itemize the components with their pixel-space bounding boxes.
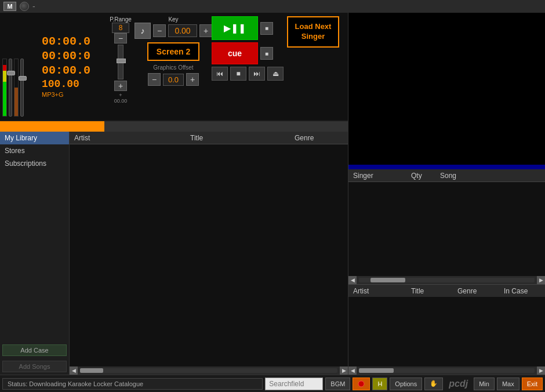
options-btn[interactable]: Options — [390, 378, 422, 390]
right-video-area — [348, 13, 545, 169]
screen2-btn[interactable]: Screen 2 — [147, 42, 199, 61]
time-display-section: 00:00.0 00:00:0 00:00.0 100.00 MP3+G — [42, 16, 103, 117]
key-row: ♪ − 0.00 + — [135, 23, 212, 39]
add-songs-btn[interactable]: Add Songs — [2, 361, 67, 372]
pitch-section: P.Range 8 − + + 00.00 — [106, 16, 135, 117]
vu-red — [3, 65, 6, 71]
small-square-btn[interactable]: ■ — [260, 47, 273, 60]
vu-fader-section — [2, 16, 38, 117]
add-songs-section: Add Songs — [0, 358, 69, 375]
eject-btn[interactable]: ⏏ — [267, 67, 284, 81]
singer-scrollbar-track[interactable] — [359, 278, 535, 282]
pitch-track[interactable] — [118, 45, 123, 79]
library-nav: My Library Stores Subscriptions Add Case… — [0, 132, 70, 375]
exit-btn[interactable]: Exit — [522, 378, 543, 390]
vu-meter-right — [14, 59, 19, 117]
nav-my-library[interactable]: My Library — [0, 132, 69, 144]
library-table: Artist Title Genre ◀ ▶ — [70, 132, 348, 375]
scroll-right-arrow[interactable]: ▶ — [340, 366, 348, 375]
cue-row: cue ■ — [212, 42, 284, 64]
video-display — [348, 13, 545, 165]
vu-yellow — [3, 71, 6, 82]
singer-scroll-left[interactable]: ◀ — [348, 276, 357, 284]
power-icon[interactable] — [20, 2, 29, 11]
scrollbar-thumb[interactable] — [80, 368, 103, 373]
bottom-scrollbar-track[interactable] — [359, 368, 535, 373]
bottom-scroll-left[interactable]: ◀ — [348, 366, 357, 375]
bottom-table-content — [348, 297, 545, 366]
square-btn[interactable]: ■ — [260, 22, 273, 35]
cue-btn[interactable]: cue — [212, 42, 258, 64]
bot-col-incase: In Case — [499, 287, 545, 295]
pitch-knob[interactable] — [117, 59, 126, 63]
ff-btn[interactable]: ⏭ — [249, 67, 265, 81]
key-section: Key ♪ − 0.00 + Screen 2 Graphics Offset … — [139, 16, 208, 117]
key-label: Key — [168, 16, 178, 23]
bottom-scrollbar-thumb[interactable] — [359, 368, 394, 373]
go-minus-btn[interactable]: − — [148, 73, 161, 86]
m-button[interactable]: M — [3, 2, 16, 11]
main-layout: 00:00.0 00:00:0 00:00.0 100.00 MP3+G P.R… — [0, 13, 545, 375]
nav-stores[interactable]: Stores — [0, 144, 69, 157]
pitch-minus-btn[interactable]: − — [114, 33, 127, 43]
pitch-plus-label: + — [119, 92, 122, 98]
bottom-scrollbar-h[interactable]: ◀ ▶ — [348, 366, 545, 375]
pitch-value: 8 — [112, 23, 129, 33]
singer-queue-header: Singer Qty Song — [348, 169, 545, 182]
fader-2[interactable] — [20, 59, 24, 117]
play-cue-col: ▶❚❚ ■ cue ■ ⏮ ■ ⏭ ⏏ — [212, 16, 284, 81]
bottom-table-header: Artist Title Genre In Case — [348, 284, 545, 297]
scrollbar-track[interactable] — [80, 368, 337, 373]
bgm-btn[interactable]: BGM — [325, 378, 350, 390]
format-label: MP3+G — [42, 91, 103, 98]
col-genre: Genre — [290, 134, 348, 142]
vu-green — [3, 82, 6, 116]
top-bar: M - — [0, 0, 545, 13]
bot-col-artist: Artist — [348, 287, 406, 295]
add-case-section: Add Case — [0, 342, 69, 358]
stop-btn[interactable]: ■ — [230, 67, 246, 81]
go-plus-btn[interactable]: + — [186, 73, 199, 86]
play-pause-btn[interactable]: ▶❚❚ — [212, 16, 258, 40]
key-plus-btn[interactable]: + — [199, 24, 212, 37]
fader-knob-1[interactable] — [7, 71, 15, 75]
h-btn[interactable]: H — [372, 378, 387, 390]
max-btn[interactable]: Max — [497, 378, 519, 390]
rewind-btn[interactable]: ⏮ — [212, 67, 228, 81]
library-content — [70, 144, 348, 366]
load-next-singer-btn[interactable]: Load Next Singer — [287, 16, 339, 48]
search-input[interactable] — [265, 378, 323, 390]
play-pause-icon: ▶❚❚ — [224, 23, 246, 34]
bot-col-genre: Genre — [453, 287, 499, 295]
video-bar — [348, 165, 545, 169]
fader-knob-2[interactable] — [19, 76, 27, 81]
vu-meter-left — [2, 59, 7, 117]
pcdj-logo: pcdj — [445, 379, 471, 389]
key-music-btn[interactable]: ♪ — [135, 23, 151, 39]
singer-content — [348, 182, 545, 276]
transport-bottom-row: ⏮ ■ ⏭ ⏏ — [212, 67, 284, 81]
key-minus-btn[interactable]: − — [153, 24, 166, 37]
status-text: Status: Downloading Karaoke Locker Catal… — [2, 378, 263, 390]
fader-1[interactable] — [9, 59, 12, 117]
main-transport-row: ▶❚❚ ■ cue ■ ⏮ ■ ⏭ ⏏ — [212, 16, 328, 81]
hand-btn[interactable]: ✋ — [424, 378, 443, 390]
min-btn[interactable]: Min — [474, 378, 495, 390]
graphics-row: − 0.0 + — [148, 73, 199, 86]
deck-panel: 00:00.0 00:00:0 00:00.0 100.00 MP3+G P.R… — [0, 13, 348, 120]
pitch-plus-btn[interactable]: + — [114, 81, 127, 91]
scroll-left-arrow[interactable]: ◀ — [70, 366, 78, 375]
waveform-bar — [0, 121, 348, 132]
waveform-fill — [0, 121, 348, 132]
singer-scrollbar-h[interactable]: ◀ ▶ — [348, 276, 545, 284]
singer-scrollbar-thumb[interactable] — [370, 278, 405, 282]
add-case-btn[interactable]: Add Case — [2, 344, 67, 356]
nav-subscriptions[interactable]: Subscriptions — [0, 157, 69, 170]
library-scrollbar-h[interactable]: ◀ ▶ — [70, 366, 348, 375]
bottom-scroll-right[interactable]: ▶ — [537, 366, 545, 375]
record-btn[interactable] — [353, 378, 370, 390]
graphics-offset-label: Graphics Offset — [153, 64, 193, 71]
singer-scroll-right[interactable]: ▶ — [537, 276, 545, 284]
col-song: Song — [435, 172, 545, 180]
col-singer: Singer — [348, 172, 406, 180]
